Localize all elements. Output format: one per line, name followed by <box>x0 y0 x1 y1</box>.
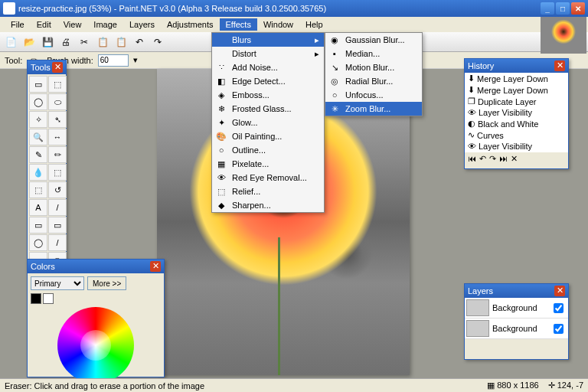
menu-adjustments[interactable]: Adjustments <box>161 18 220 31</box>
history-delete-icon[interactable]: ✕ <box>511 154 518 164</box>
color-wheel[interactable] <box>57 307 134 384</box>
tool-button-2[interactable]: ◯ <box>29 93 47 110</box>
menu-item-icon: ❄ <box>215 104 227 114</box>
tool-button-7[interactable]: ↔ <box>48 129 67 145</box>
menu-item-icon: ○ <box>215 145 227 155</box>
tool-button-15[interactable]: / <box>48 199 67 216</box>
menu-window[interactable]: Window <box>257 18 299 31</box>
tool-button-14[interactable]: A <box>29 199 47 216</box>
history-item[interactable]: 👁Layer Visibility <box>465 107 568 118</box>
menu-edit[interactable]: Edit <box>31 18 57 31</box>
menu-item-red-eye-removal-[interactable]: 👁Red Eye Removal... <box>212 171 324 185</box>
layer-item[interactable]: Background <box>465 318 568 339</box>
menu-item-add-noise-[interactable]: ∵Add Noise... <box>212 60 324 74</box>
menu-item-icon: ▪ <box>328 49 341 58</box>
history-item[interactable]: ⬇Merge Layer Down <box>465 73 568 84</box>
menu-item-blurs[interactable]: Blurs▸ <box>212 33 324 47</box>
menu-item-emboss-[interactable]: ◈Emboss... <box>212 88 324 102</box>
undo-icon[interactable]: ↶ <box>132 34 147 50</box>
menu-item-icon: ∵ <box>215 63 227 73</box>
tool-button-9[interactable]: ✏ <box>48 146 67 163</box>
layers-close-icon[interactable]: ✕ <box>554 286 565 296</box>
menu-item-frosted-glass-[interactable]: ❄Frosted Glass... <box>212 102 324 116</box>
history-ff-icon[interactable]: ⏭ <box>499 154 508 164</box>
menu-item-radial-blur-[interactable]: ◎Radial Blur... <box>325 74 422 88</box>
menu-help[interactable]: Help <box>299 18 329 31</box>
titlebar: P resize-practice.jpg (53%) - Paint.NET … <box>0 0 588 17</box>
open-icon[interactable]: 📂 <box>21 34 37 50</box>
background-color[interactable] <box>43 293 54 304</box>
copy-icon[interactable]: 📋 <box>95 34 110 50</box>
colors-close-icon[interactable]: ✕ <box>150 261 161 272</box>
tool-button-17[interactable]: ▭ <box>48 217 67 234</box>
menu-layers[interactable]: Layers <box>123 18 161 31</box>
menu-effects[interactable]: Effects <box>220 18 257 31</box>
menu-item-glow-[interactable]: ✦Glow... <box>212 116 324 129</box>
tool-button-18[interactable]: ◯ <box>29 234 47 251</box>
menu-item-sharpen-[interactable]: ◆Sharpen... <box>212 198 324 212</box>
menu-view[interactable]: View <box>57 18 88 31</box>
new-icon[interactable]: 📄 <box>3 34 18 50</box>
menu-item-distort[interactable]: Distort▸ <box>212 47 324 60</box>
menu-item-median-[interactable]: ▪Median... <box>325 47 422 60</box>
menu-item-oil-painting-[interactable]: 🎨Oil Painting... <box>212 129 324 143</box>
tool-button-3[interactable]: ⬭ <box>48 93 67 110</box>
menu-item-pixelate-[interactable]: ▦Pixelate... <box>212 157 324 171</box>
foreground-color[interactable] <box>31 293 41 304</box>
history-item[interactable]: ∿Curves <box>465 129 568 141</box>
layer-visible-checkbox[interactable] <box>554 324 564 334</box>
document-thumbnail[interactable] <box>541 17 586 54</box>
tool-button-4[interactable]: ✧ <box>29 111 47 128</box>
history-rewind-icon[interactable]: ⏮ <box>468 154 476 164</box>
history-close-icon[interactable]: ✕ <box>554 60 565 71</box>
menu-item-icon: ◎ <box>328 77 341 87</box>
tool-button-0[interactable]: ▭ <box>29 76 47 93</box>
close-button[interactable]: ✕ <box>571 2 585 15</box>
menu-item-outline-[interactable]: ○Outline... <box>212 143 324 157</box>
color-mode-select[interactable]: Primary <box>31 276 84 290</box>
menu-file[interactable]: File <box>5 18 31 31</box>
print-icon[interactable]: 🖨 <box>58 34 74 50</box>
more-colors-button[interactable]: More >> <box>87 276 126 290</box>
tool-button-1[interactable]: ⬚ <box>48 76 67 93</box>
menu-item-motion-blur-[interactable]: ↘Motion Blur... <box>325 60 422 74</box>
menu-item-edge-detect-[interactable]: ◧Edge Detect... <box>212 74 324 88</box>
history-item[interactable]: ❐Duplicate Layer <box>465 96 568 107</box>
menu-image[interactable]: Image <box>87 18 123 31</box>
menu-item-icon: ⬚ <box>215 187 227 197</box>
tool-button-19[interactable]: / <box>48 234 67 251</box>
history-item[interactable]: ⬇Merge Layer Down <box>465 84 568 96</box>
layer-visible-checkbox[interactable] <box>554 303 564 313</box>
tool-button-6[interactable]: 🔍 <box>29 129 47 145</box>
tool-button-11[interactable]: ⬚ <box>48 164 67 181</box>
tool-button-12[interactable]: ⬚ <box>29 181 47 198</box>
layer-thumb <box>466 299 489 316</box>
menu-item-icon: ◧ <box>215 77 227 87</box>
paste-icon[interactable]: 📋 <box>113 34 129 50</box>
brush-width-input[interactable] <box>98 54 129 67</box>
tool-button-10[interactable]: 💧 <box>29 164 47 181</box>
cut-icon[interactable]: ✂ <box>77 34 92 50</box>
menu-item-relief-[interactable]: ⬚Relief... <box>212 185 324 198</box>
tool-button-16[interactable]: ▭ <box>29 217 47 234</box>
menu-item-gaussian-blur-[interactable]: ◉Gaussian Blur... <box>325 33 422 47</box>
tool-button-5[interactable]: ➴ <box>48 111 67 128</box>
tools-panel-close-icon[interactable]: ✕ <box>52 62 63 73</box>
history-item[interactable]: 👁Layer Visibility <box>465 141 568 152</box>
tools-panel-title: Tools ✕ <box>28 60 66 74</box>
menu-item-unfocus-[interactable]: ○Unfocus... <box>325 88 422 102</box>
brush-dec-icon[interactable]: ▾ <box>133 55 138 65</box>
history-undo-icon[interactable]: ↶ <box>479 154 486 164</box>
menu-item-icon: ○ <box>328 90 341 100</box>
layer-item[interactable]: Background <box>465 298 568 318</box>
layers-panel: Layers✕ BackgroundBackground <box>464 283 569 360</box>
redo-icon[interactable]: ↷ <box>150 34 165 50</box>
minimize-button[interactable]: _ <box>541 2 554 15</box>
history-redo-icon[interactable]: ↷ <box>489 154 496 164</box>
save-icon[interactable]: 💾 <box>40 34 55 50</box>
maximize-button[interactable]: □ <box>556 2 570 15</box>
menu-item-zoom-blur-[interactable]: ✳Zoom Blur... <box>325 102 422 116</box>
tool-button-8[interactable]: ✎ <box>29 146 47 163</box>
history-item[interactable]: ◐Black and White <box>465 118 568 129</box>
tool-button-13[interactable]: ↺ <box>48 181 67 198</box>
